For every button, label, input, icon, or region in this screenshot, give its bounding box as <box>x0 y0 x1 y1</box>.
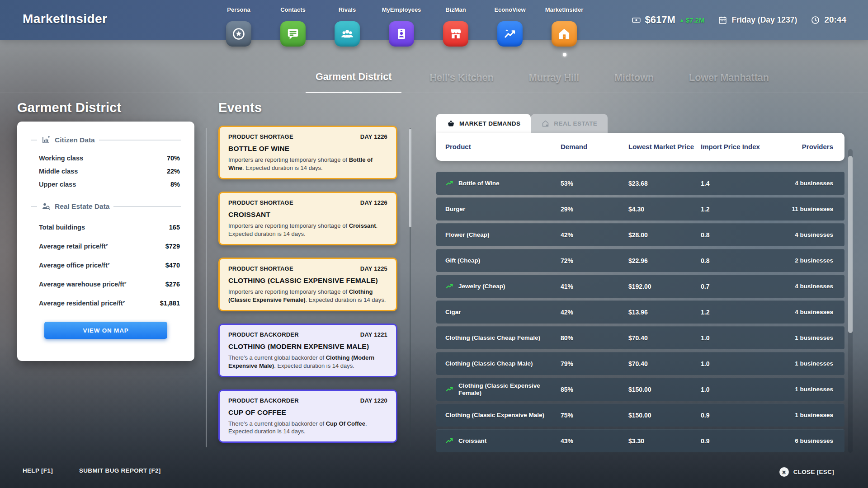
stat-row: Average retail price/ft² $729 <box>31 237 181 256</box>
events-scroll-track-left[interactable] <box>206 128 207 447</box>
bar-chart-plus-icon <box>41 135 51 145</box>
table-row: Cigar 42% $13.96 1.2 4 businesses <box>436 300 844 324</box>
col-product: Product <box>445 143 561 151</box>
event-product: CROISSANT <box>228 211 387 219</box>
clock-icon <box>811 15 820 25</box>
status-cluster: $617M ▲ $7.2M Friday (Day 1237) 20:44 <box>632 0 846 40</box>
table-row: Clothing (Classic Cheap Female) 80% $70.… <box>436 326 844 349</box>
money-delta: ▲ $7.2M <box>679 16 705 24</box>
app-persona[interactable]: Persona <box>226 6 251 47</box>
stat-row: Average residential price/ft² $1,881 <box>31 294 181 313</box>
close-icon: × <box>779 467 789 477</box>
stat-row: Working class 70% <box>31 151 181 164</box>
event-product: CLOTHING (MODERN EXPENSIVE MALE) <box>228 343 387 351</box>
money-value: $617M <box>645 14 675 26</box>
table-row: Clothing (Classic Expensive Male) 75% $1… <box>436 404 844 427</box>
col-demand: Demand <box>561 143 628 151</box>
table-row: Clothing (Classic Expensive Female) 85% … <box>436 378 844 401</box>
district-tab-murray-hill[interactable]: Murray Hill <box>522 62 586 93</box>
taskbar-apps: Persona Contacts Rivals MyEmployees <box>226 6 577 47</box>
table-row: Gift (Cheap) 72% $22.96 0.8 2 businesses <box>436 249 844 272</box>
col-import-price-index: Import Price Index <box>701 143 772 151</box>
district-tab-hells-kitchen[interactable]: Hell's Kitchen <box>422 62 500 93</box>
event-cards: PRODUCT SHORTAGEDAY 1226 BOTTLE OF WINE … <box>218 126 397 443</box>
up-arrow-icon: ▲ <box>679 18 684 23</box>
event-product: CLOTHING (CLASSIC EXPENSIVE FEMALE) <box>228 277 387 285</box>
app-contacts[interactable]: Contacts <box>280 6 306 47</box>
event-card-backorder: PRODUCT BACKORDERDAY 1220 CUP OF COFFEE … <box>218 389 397 443</box>
help-button[interactable]: HELP [F1] <box>23 467 53 474</box>
event-day: DAY 1225 <box>360 265 387 272</box>
table-scroll-thumb[interactable] <box>848 156 853 333</box>
table-row: Jewelry (Cheap) 41% $192.00 0.7 4 busine… <box>436 275 844 298</box>
top-bar: MarketInsider Persona Contacts Rivals <box>0 0 868 40</box>
citizen-data-rows: Working class 70% Middle class 22% Upper… <box>31 151 181 191</box>
real-estate-data-title: Real Estate Data <box>55 202 109 211</box>
event-body: There's a current global backorder of Cl… <box>228 354 387 370</box>
district-panel-title: Garment District <box>17 100 194 115</box>
district-tabs: Garment District Hell's Kitchen Murray H… <box>306 62 776 93</box>
event-tag: PRODUCT BACKORDER <box>228 331 299 338</box>
app-bizman[interactable]: BizMan <box>443 6 468 47</box>
district-tab-lower-manhattan[interactable]: Lower Manhattan <box>682 62 776 93</box>
district-tab-garment-district[interactable]: Garment District <box>306 62 401 93</box>
house-icon <box>552 21 577 47</box>
money-delta-value: $7.2M <box>686 16 705 24</box>
person-search-icon <box>41 202 51 211</box>
event-day: DAY 1226 <box>360 133 387 140</box>
market-panel-tabs: MARKET DEMANDS REAL ESTATE <box>436 114 608 133</box>
event-body: Importers are reporting temporary shorta… <box>228 222 387 238</box>
stat-row: Total buildings 165 <box>31 218 181 237</box>
view-on-map-button[interactable]: VIEW ON MAP <box>44 322 167 339</box>
event-day: DAY 1220 <box>360 397 387 404</box>
close-button[interactable]: × CLOSE [ESC] <box>779 467 834 477</box>
storefront-icon <box>443 21 468 47</box>
district-data-card: Citizen Data Working class 70% Middle cl… <box>17 122 194 361</box>
events-panel: Events PRODUCT SHORTAGEDAY 1226 BOTTLE O… <box>218 100 397 443</box>
table-row: Flower (Cheap) 42% $28.00 0.8 4 business… <box>436 223 844 246</box>
house-tag-icon <box>541 119 550 128</box>
district-tab-midtown[interactable]: Midtown <box>607 62 661 93</box>
event-tag: PRODUCT SHORTAGE <box>228 265 293 272</box>
citizen-data-title: Citizen Data <box>55 136 95 144</box>
events-title: Events <box>218 100 397 115</box>
table-row: Clothing (Classic Cheap Male) 79% $70.40… <box>436 352 844 375</box>
event-day: DAY 1221 <box>360 331 387 338</box>
calendar-icon <box>718 15 727 25</box>
trend-up-icon <box>445 385 454 394</box>
app-marketinsider[interactable]: MarketInsider <box>552 6 577 47</box>
col-lowest-market-price: Lowest Market Price <box>628 143 701 151</box>
trend-up-icon <box>445 179 454 188</box>
chat-icon <box>280 21 306 47</box>
market-table-header: Product Demand Lowest Market Price Impor… <box>436 133 844 161</box>
event-tag: PRODUCT BACKORDER <box>228 397 299 404</box>
event-card-shortage: PRODUCT SHORTAGEDAY 1226 BOTTLE OF WINE … <box>218 126 397 179</box>
submit-bug-report-button[interactable]: SUBMIT BUG REPORT [F2] <box>79 467 161 474</box>
basket-icon <box>447 119 455 128</box>
app-rivals[interactable]: Rivals <box>335 6 360 47</box>
event-card-backorder: PRODUCT BACKORDERDAY 1221 CLOTHING (MODE… <box>218 324 397 377</box>
tab-market-demands[interactable]: MARKET DEMANDS <box>436 114 531 133</box>
money-group: $617M ▲ $7.2M <box>632 14 705 26</box>
citizen-data-header: Citizen Data <box>31 135 181 145</box>
app-myemployees[interactable]: MyEmployees <box>389 6 414 47</box>
marketinsider-screen: MarketInsider Persona Contacts Rivals <box>0 0 868 488</box>
table-row: Bottle of Wine 53% $23.68 1.4 4 business… <box>436 172 844 195</box>
tab-real-estate[interactable]: REAL ESTATE <box>531 114 608 133</box>
district-info-panel: Garment District Citizen Data Working cl… <box>17 100 194 361</box>
event-tag: PRODUCT SHORTAGE <box>228 199 293 206</box>
stat-row: Average warehouse price/ft² $276 <box>31 275 181 294</box>
event-day: DAY 1226 <box>360 199 387 206</box>
stat-row: Average office price/ft² $470 <box>31 256 181 275</box>
time-group: 20:44 <box>811 15 846 25</box>
events-scroll-thumb[interactable] <box>409 129 411 227</box>
event-tag: PRODUCT SHORTAGE <box>228 133 293 140</box>
app-title: MarketInsider <box>23 12 107 26</box>
app-econoview[interactable]: EconoView <box>497 6 523 47</box>
event-product: BOTTLE OF WINE <box>228 145 387 153</box>
event-card-shortage: PRODUCT SHORTAGEDAY 1225 CLOTHING (CLASS… <box>218 258 397 311</box>
col-providers: Providers <box>772 143 833 151</box>
real-estate-data-header: Real Estate Data <box>31 202 181 211</box>
people-icon <box>335 21 360 47</box>
active-app-indicator-dot <box>563 53 566 56</box>
